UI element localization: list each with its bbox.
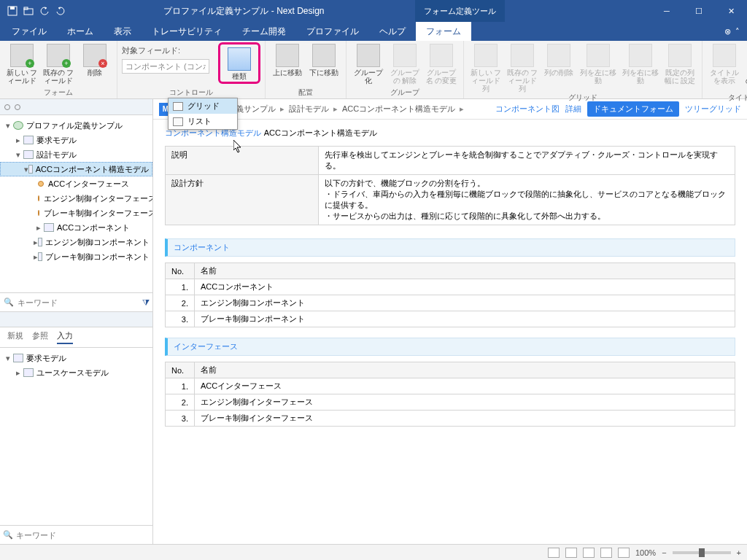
new-field-button[interactable]: 新しい フィールド <box>4 42 39 85</box>
section-components: コンポーネント <box>165 238 735 257</box>
col-settings-button: 既定の列幅に 設定 <box>662 42 697 85</box>
view-icon-4[interactable] <box>600 548 612 558</box>
list-icon <box>173 117 183 126</box>
search-icon[interactable]: 🔍 <box>3 297 15 308</box>
search-input-lower[interactable] <box>16 531 150 540</box>
dropdown-item-list[interactable]: リスト <box>169 114 237 129</box>
table-row[interactable]: 2.エンジン制御コンポーネント <box>166 295 735 311</box>
tab-new[interactable]: 新規 <box>7 330 23 344</box>
table-row[interactable]: 3.ブレーキ制御インターフェース <box>166 411 735 427</box>
group-label-control: コントロール <box>169 88 213 98</box>
view-icon-2[interactable] <box>565 548 577 558</box>
tree-c2[interactable]: ▸エンジン制御コンポーネント <box>0 235 152 249</box>
folder-icon[interactable] <box>23 6 34 16</box>
table-row[interactable]: 2.エンジン制御インターフェース <box>166 394 735 411</box>
collapse-ribbon-icon[interactable]: ˄ <box>735 27 740 36</box>
interface-icon <box>38 181 44 187</box>
crumb-1[interactable]: 設計モデル <box>289 104 329 114</box>
group-label-form: フォーム <box>44 88 73 98</box>
tree-c3[interactable]: ▸ブレーキ制御コンポーネント <box>0 249 152 264</box>
model-icon <box>23 136 34 144</box>
minimize-button[interactable]: ─ <box>651 0 683 22</box>
req-model-row[interactable]: ▾要求モデル <box>0 351 152 365</box>
zoom-out-button[interactable]: − <box>662 548 666 557</box>
existing-field-button[interactable]: 既存の フィールド <box>41 42 76 85</box>
filter-icon[interactable]: ⧩ <box>142 298 150 308</box>
table-row[interactable]: 1.ACCコンポーネント <box>166 279 735 295</box>
component-icon <box>44 223 54 232</box>
type-dropdown: グリッド リスト <box>168 98 238 130</box>
search-icon[interactable]: 🔍 <box>3 530 13 540</box>
ribbon: 新しい フィールド 既存の フィールド 削除 フォーム 対象フィールド: 種類 … <box>0 41 747 99</box>
close-button[interactable]: ✕ <box>715 0 747 22</box>
desc-val-2[interactable]: 以下の方針で、機能ブロックの分割を行う。・ドライバ、車両からの入力を種別毎に機能… <box>319 175 735 225</box>
exist-col-button: 既存の フィールド列 <box>505 42 540 93</box>
menu-home[interactable]: ホーム <box>57 22 104 41</box>
view-docform[interactable]: ドキュメントフォーム <box>587 101 679 117</box>
status-bar: 100% − + <box>0 544 747 560</box>
col-right-button: 列を右に移動 <box>620 42 661 85</box>
group-button[interactable]: グループ化 <box>351 42 386 85</box>
view-icon-5[interactable] <box>618 548 630 558</box>
dropdown-item-grid[interactable]: グリッド <box>169 98 237 114</box>
tree-c1[interactable]: ▸ACCコンポーネント <box>0 220 152 235</box>
view-icon-1[interactable] <box>548 548 560 558</box>
target-field-label: 対象フィールド: <box>122 45 217 56</box>
tree-if1[interactable]: ACCインターフェース <box>0 176 152 191</box>
view-icon-3[interactable] <box>583 548 595 558</box>
sidebar-header <box>0 99 152 115</box>
lower-panel-header <box>0 311 152 327</box>
delete-field-button[interactable]: 削除 <box>77 42 112 77</box>
zoom-slider[interactable] <box>673 551 731 554</box>
zoom-in-button[interactable]: + <box>737 548 741 557</box>
menu-profile[interactable]: プロファイル <box>296 22 369 41</box>
view-diagram[interactable]: コンポーネント図 <box>495 104 560 114</box>
type-button[interactable]: 種類 <box>222 46 257 80</box>
move-up-button[interactable]: 上に移動 <box>270 42 305 77</box>
search-input[interactable] <box>18 298 139 307</box>
tree-if2[interactable]: エンジン制御インターフェース <box>0 191 152 206</box>
new-col-button: 新しい フィールド列 <box>468 42 503 93</box>
model-icon <box>23 368 34 377</box>
col-left-button: 列を左に移動 <box>578 42 619 85</box>
group-label-layout: 配置 <box>298 88 313 98</box>
type-button-highlight: 種類 <box>218 42 260 84</box>
menu-view[interactable]: 表示 <box>104 22 142 41</box>
redo-icon[interactable] <box>55 6 66 16</box>
view-treegrid[interactable]: ツリーグリッド <box>685 104 741 114</box>
tree-if3[interactable]: ブレーキ制御インターフェース <box>0 206 152 220</box>
menu-form[interactable]: フォーム <box>416 22 471 41</box>
title-bar: プロファイル定義サンプル - Next Design フォーム定義ツール ─ ☐… <box>0 0 747 22</box>
ungroup-button: グループの 解除 <box>387 42 422 85</box>
window-title: プロファイル定義サンプル - Next Design <box>73 5 415 18</box>
info-table: 説明先行車を検出してエンジンとブレーキを統合制御することでアダプティブ・クルーズ… <box>165 146 735 225</box>
model-tree[interactable]: ▾プロファイル定義サンプル ▸要求モデル ▾設計モデル ▾ACCコンポーネント構… <box>0 115 152 292</box>
desc-val-1[interactable]: 先行車を検出してエンジンとブレーキを統合制御することでアダプティブ・クルーズ・コ… <box>319 147 735 175</box>
view-detail[interactable]: 詳細 <box>565 104 581 114</box>
error-indicator-icon[interactable]: ⊗ <box>724 27 731 36</box>
crumb-2[interactable]: ACCコンポーネント構造モデル <box>342 104 455 114</box>
target-field-input[interactable] <box>122 59 209 74</box>
menu-trace[interactable]: トレーサビリティ <box>142 22 232 41</box>
save-icon[interactable] <box>7 6 18 16</box>
tree-req[interactable]: ▸要求モデル <box>0 133 152 147</box>
title-direction-button[interactable]: タイトルの 表示方向 <box>743 42 747 93</box>
tree-acc-model[interactable]: ▾ACCコンポーネント構造モデル <box>0 162 152 176</box>
zoom-label: 100% <box>635 548 656 557</box>
rename-group-button: グループ名 の変更 <box>424 42 459 85</box>
desc-key-1: 説明 <box>166 147 319 175</box>
table-row[interactable]: 3.ブレーキ制御コンポーネント <box>166 311 735 327</box>
tree-root[interactable]: ▾プロファイル定義サンプル <box>0 118 152 133</box>
move-down-button[interactable]: 下に移動 <box>306 42 341 77</box>
project-icon <box>13 121 23 130</box>
menu-file[interactable]: ファイル <box>1 22 57 41</box>
tree-design[interactable]: ▾設計モデル <box>0 147 152 162</box>
undo-icon[interactable] <box>39 6 50 16</box>
menu-team[interactable]: チーム開発 <box>232 22 296 41</box>
tab-input[interactable]: 入力 <box>57 330 73 344</box>
tab-ref[interactable]: 参照 <box>32 330 48 344</box>
table-row[interactable]: 1.ACCインターフェース <box>166 378 735 394</box>
usecase-row[interactable]: ▸ユースケースモデル <box>0 365 152 380</box>
menu-help[interactable]: ヘルプ <box>369 22 416 41</box>
maximize-button[interactable]: ☐ <box>683 0 715 22</box>
